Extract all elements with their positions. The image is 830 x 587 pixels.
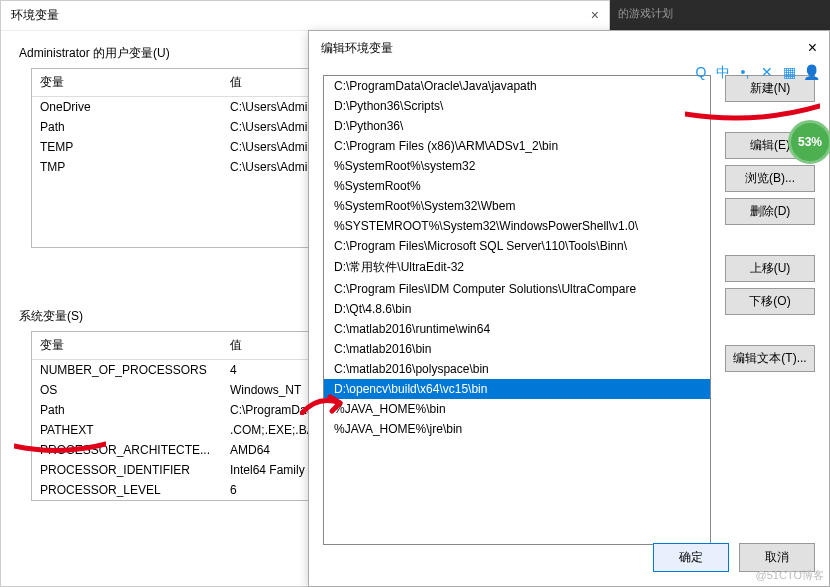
- ime-icon[interactable]: 中: [714, 63, 732, 81]
- progress-badge: 53%: [788, 120, 830, 164]
- ok-button[interactable]: 确定: [653, 543, 729, 572]
- watermark: @51CTO博客: [756, 568, 824, 583]
- keyboard-icon[interactable]: ▦: [780, 63, 798, 81]
- var-name: NUMBER_OF_PROCESSORS: [32, 360, 222, 380]
- var-name: OneDrive: [32, 97, 222, 117]
- env-vars-title: 环境变量: [11, 7, 59, 24]
- close-icon[interactable]: ×: [591, 7, 599, 24]
- var-name: Path: [32, 117, 222, 137]
- edit-env-var-titlebar: 编辑环境变量 ×: [309, 31, 829, 65]
- delete-button[interactable]: 删除(D): [725, 198, 815, 225]
- path-entries-list[interactable]: C:\ProgramData\Oracle\Java\javapathD:\Py…: [323, 75, 711, 545]
- list-item[interactable]: %JAVA_HOME%\bin: [324, 399, 710, 419]
- var-name: Path: [32, 400, 222, 420]
- list-item[interactable]: C:\Program Files (x86)\ARM\ADSv1_2\bin: [324, 136, 710, 156]
- close-icon[interactable]: ×: [808, 39, 817, 57]
- env-vars-titlebar: 环境变量 ×: [1, 1, 609, 31]
- var-name: PROCESSOR_ARCHITECTE...: [32, 440, 222, 460]
- punctuation-icon[interactable]: •,: [736, 63, 754, 81]
- var-name: PROCESSOR_LEVEL: [32, 480, 222, 500]
- list-item[interactable]: C:\ProgramData\Oracle\Java\javapath: [324, 76, 710, 96]
- scissors-icon[interactable]: ✕: [758, 63, 776, 81]
- list-item[interactable]: C:\Program Files\IDM Computer Solutions\…: [324, 279, 710, 299]
- col-variable: 变量: [32, 332, 222, 359]
- list-item[interactable]: D:\Python36\: [324, 116, 710, 136]
- edit-text-button[interactable]: 编辑文本(T)...: [725, 345, 815, 372]
- var-name: OS: [32, 380, 222, 400]
- browse-button[interactable]: 浏览(B)...: [725, 165, 815, 192]
- list-item[interactable]: C:\Program Files\Microsoft SQL Server\11…: [324, 236, 710, 256]
- toolbar-tray: Q 中 •, ✕ ▦ 👤: [692, 63, 820, 81]
- list-item[interactable]: C:\matlab2016\bin: [324, 339, 710, 359]
- move-down-button[interactable]: 下移(O): [725, 288, 815, 315]
- list-item[interactable]: %SystemRoot%\system32: [324, 156, 710, 176]
- var-name: TEMP: [32, 137, 222, 157]
- list-item[interactable]: D:\Qt\4.8.6\bin: [324, 299, 710, 319]
- col-variable: 变量: [32, 69, 222, 96]
- list-item[interactable]: C:\matlab2016\runtime\win64: [324, 319, 710, 339]
- list-item[interactable]: %SystemRoot%\System32\Wbem: [324, 196, 710, 216]
- var-name: TMP: [32, 157, 222, 177]
- list-item[interactable]: %SystemRoot%: [324, 176, 710, 196]
- list-item[interactable]: D:\常用软件\UltraEdit-32: [324, 256, 710, 279]
- list-item[interactable]: D:\opencv\build\x64\vc15\bin: [324, 379, 710, 399]
- var-name: PROCESSOR_IDENTIFIER: [32, 460, 222, 480]
- list-item[interactable]: D:\Python36\Scripts\: [324, 96, 710, 116]
- qq-icon[interactable]: Q: [692, 63, 710, 81]
- edit-env-var-dialog: 编辑环境变量 × C:\ProgramData\Oracle\Java\java…: [308, 30, 830, 587]
- list-item[interactable]: %JAVA_HOME%\jre\bin: [324, 419, 710, 439]
- user-icon[interactable]: 👤: [802, 63, 820, 81]
- var-name: PATHEXT: [32, 420, 222, 440]
- list-item[interactable]: C:\matlab2016\polyspace\bin: [324, 359, 710, 379]
- edit-env-var-title: 编辑环境变量: [321, 40, 393, 57]
- list-item[interactable]: %SYSTEMROOT%\System32\WindowsPowerShell\…: [324, 216, 710, 236]
- background-app-fragment: 的游戏计划: [610, 0, 830, 30]
- move-up-button[interactable]: 上移(U): [725, 255, 815, 282]
